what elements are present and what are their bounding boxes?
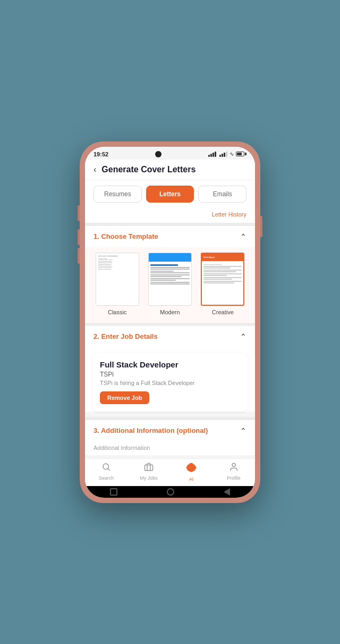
letter-history-row: Letter History: [85, 208, 255, 223]
svg-rect-2: [145, 465, 153, 471]
nav-ai[interactable]: AI: [170, 462, 212, 482]
nav-search-label: Search: [99, 475, 114, 481]
android-nav-bar: [85, 486, 255, 498]
signal-bar-4: [215, 152, 216, 157]
battery-icon: [236, 152, 246, 156]
nav-search[interactable]: Search: [85, 462, 128, 482]
signal-bar-7: [224, 153, 225, 157]
svg-point-3: [232, 463, 235, 466]
ai-brain-icon: [186, 462, 197, 475]
choose-template-header[interactable]: 1. Choose Template ⌃: [85, 226, 255, 247]
signal-bar-1: [208, 155, 210, 157]
enter-job-title: 2. Enter Job Details: [94, 332, 158, 340]
signal-bar-2: [210, 154, 212, 157]
svg-line-1: [108, 469, 109, 470]
camera-notch: [155, 151, 162, 157]
choose-template-section: 1. Choose Template ⌃ Cover Letter: Andro…: [85, 226, 255, 323]
job-description: TSPi is hiring a Full Stack Developer: [100, 380, 240, 386]
svg-point-0: [103, 464, 109, 470]
nav-profile-label: Profile: [227, 475, 241, 481]
briefcase-icon: [144, 462, 154, 474]
nav-profile[interactable]: Profile: [212, 462, 255, 482]
signal-bar-8: [226, 152, 227, 157]
profile-icon: [229, 462, 239, 474]
android-back-button[interactable]: [224, 488, 230, 496]
content-area: ‹ Generate Cover Letters Resumes Letters…: [85, 160, 255, 458]
template-classic[interactable]: Cover Letter: Android Engineer Dear Hiri…: [94, 253, 141, 315]
phone-frame: 19:52 ∿: [80, 141, 260, 503]
template-modern-label: Modern: [160, 309, 180, 315]
signal-bars: [208, 152, 216, 157]
tabs-row: Resumes Letters Emails: [85, 180, 255, 208]
additional-info-title: 3. Additional Information (optional): [94, 426, 208, 434]
additional-info-header[interactable]: 3. Additional Information (optional) ⌃: [85, 420, 255, 441]
bottom-nav: Search My Jobs AI: [85, 458, 255, 486]
status-bar: 19:52 ∿: [85, 147, 255, 160]
tab-resumes[interactable]: Resumes: [94, 186, 142, 203]
android-home-button[interactable]: [167, 488, 174, 496]
additional-info-placeholder: Additional Information: [85, 441, 255, 455]
signal-bars-2: [219, 152, 227, 157]
template-modern[interactable]: Modern: [146, 253, 193, 315]
nav-my-jobs-label: My Jobs: [140, 475, 158, 481]
enter-job-section: 2. Enter Job Details ⌃ Full Stack Develo…: [85, 326, 255, 412]
template-section-bg: Cover Letter: Android Engineer Dear Hiri…: [85, 247, 255, 323]
signal-bar-5: [219, 155, 221, 157]
template-thumb-classic: Cover Letter: Android Engineer Dear Hiri…: [96, 253, 139, 306]
tab-letters[interactable]: Letters: [146, 186, 194, 203]
page-header: ‹ Generate Cover Letters: [85, 160, 255, 180]
job-company: TSPi: [100, 371, 240, 378]
page-title: Generate Cover Letters: [101, 165, 196, 174]
signal-bar-6: [222, 154, 223, 157]
additional-info-section: 3. Additional Information (optional) ⌃ A…: [85, 420, 255, 455]
back-button[interactable]: ‹: [94, 165, 96, 174]
android-recent-button[interactable]: [110, 488, 117, 496]
wifi-icon: ∿: [230, 151, 234, 157]
remove-job-button[interactable]: Remove Job: [100, 391, 149, 404]
enter-job-header[interactable]: 2. Enter Job Details ⌃: [85, 326, 255, 347]
template-thumb-modern: [148, 253, 192, 306]
additional-info-chevron: ⌃: [240, 426, 246, 435]
choose-template-title: 1. Choose Template: [94, 232, 158, 240]
status-time: 19:52: [94, 151, 108, 157]
template-creative[interactable]: Richie Nguyen android engineer applicati…: [199, 253, 246, 315]
enter-job-chevron: ⌃: [240, 332, 246, 341]
signal-bar-3: [212, 153, 214, 157]
tab-emails[interactable]: Emails: [198, 186, 246, 203]
nav-ai-label: AI: [189, 476, 194, 482]
template-row: Cover Letter: Android Engineer Dear Hiri…: [94, 253, 246, 315]
template-classic-label: Classic: [108, 309, 126, 315]
phone-screen: 19:52 ∿: [85, 147, 255, 498]
template-creative-label: Creative: [212, 309, 234, 315]
nav-my-jobs[interactable]: My Jobs: [128, 462, 170, 482]
template-thumb-creative: Richie Nguyen android engineer applicati…: [201, 253, 244, 306]
choose-template-chevron: ⌃: [240, 232, 246, 241]
search-icon: [101, 462, 111, 474]
status-icons: ∿: [208, 151, 246, 157]
job-title: Full Stack Developer: [100, 360, 240, 369]
job-card: Full Stack Developer TSPi TSPi is hiring…: [92, 353, 248, 412]
letter-history-link[interactable]: Letter History: [212, 211, 246, 218]
